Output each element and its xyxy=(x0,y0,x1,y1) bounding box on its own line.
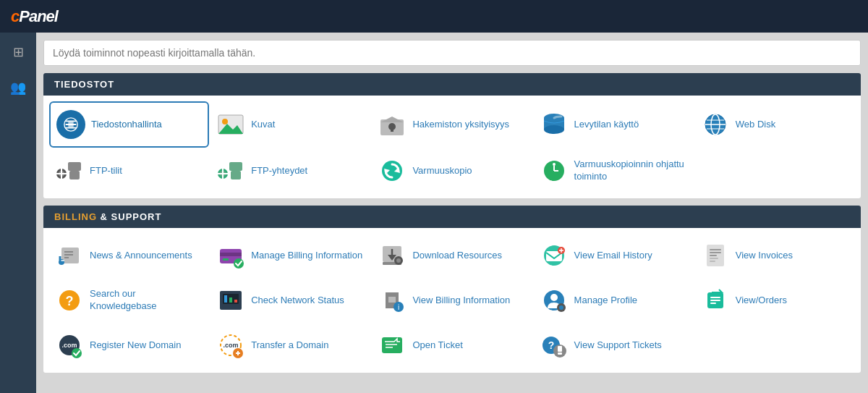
sidebar: ⊞ 👥 xyxy=(0,33,36,393)
support-tickets-label: View Support Tickets xyxy=(574,339,662,352)
item-view-invoices[interactable]: View Invoices xyxy=(695,234,855,277)
open-ticket-icon xyxy=(378,331,407,360)
item-transfer-domain[interactable]: .com Transfer a Domain xyxy=(210,324,370,367)
manage-profile-label: Manage Profile xyxy=(574,295,637,307)
item-levytilan-kaytto[interactable]: Levytilan käyttö xyxy=(534,101,694,148)
search-bar xyxy=(43,40,861,66)
item-view-billing-info[interactable]: i View Billing Information xyxy=(372,279,532,322)
section-tiedostot: TIEDOSTOT Tiedostonhallinta xyxy=(43,73,861,198)
varmuuskopioinnin-label: Varmuuskopioinnin ohjattu toiminto xyxy=(574,159,688,183)
web-disk-label: Web Disk xyxy=(736,119,775,131)
view-email-history-label: View Email History xyxy=(574,250,652,262)
item-view-support-tickets[interactable]: ? View Support Tickets xyxy=(534,324,694,367)
ftp-tilit-label: FTP-tilit xyxy=(90,165,122,177)
svg-rect-71 xyxy=(710,297,720,298)
svg-point-31 xyxy=(553,163,556,166)
download-icon xyxy=(378,241,407,270)
item-manage-profile[interactable]: Manage Profile xyxy=(534,279,694,322)
item-check-network[interactable]: Check Network Status xyxy=(210,279,370,322)
svg-point-45 xyxy=(396,258,401,263)
billing-grid: News & Announcements Manage Billing Inf xyxy=(43,228,861,373)
manage-profile-icon xyxy=(540,286,569,315)
item-web-disk[interactable]: Web Disk xyxy=(695,101,855,148)
svg-text:.com: .com xyxy=(224,342,239,349)
section-title-tiedostot: TIEDOSTOT xyxy=(54,79,114,90)
users-icon[interactable]: 👥 xyxy=(6,75,30,100)
svg-rect-73 xyxy=(710,303,716,304)
svg-rect-61 xyxy=(224,295,227,303)
grid-icon[interactable]: ⊞ xyxy=(9,40,28,64)
view-billing-label: View Billing Information xyxy=(412,295,510,307)
ftp-tilit-icon xyxy=(55,156,84,185)
svg-rect-22 xyxy=(231,171,241,179)
web-disk-icon xyxy=(701,110,730,139)
search-input[interactable] xyxy=(53,47,851,59)
item-view-email-history[interactable]: View Email History xyxy=(534,234,694,277)
item-ftp-yhteydet[interactable]: FTP-yhteydet xyxy=(210,149,370,193)
open-ticket-label: Open Ticket xyxy=(412,339,462,352)
svg-rect-82 xyxy=(382,337,402,353)
email-history-icon xyxy=(540,241,569,270)
item-search-knowledgebase[interactable]: ? Search our Knowledgebase xyxy=(49,279,209,322)
view-orders-icon xyxy=(701,286,730,315)
item-register-domain[interactable]: .com Register New Domain xyxy=(49,324,209,367)
view-invoices-label: View Invoices xyxy=(736,250,793,262)
section-header-billing: BILLING & SUPPORT xyxy=(43,206,861,228)
ftp-yhteydet-icon xyxy=(216,156,245,185)
register-domain-label: Register New Domain xyxy=(90,339,181,352)
network-icon xyxy=(216,286,245,315)
svg-rect-6 xyxy=(391,128,393,132)
logo-panel: Panel xyxy=(19,7,58,25)
svg-text:?: ? xyxy=(66,294,74,308)
svg-text:.com: .com xyxy=(61,342,77,349)
svg-rect-16 xyxy=(69,171,80,179)
svg-rect-55 xyxy=(710,258,718,259)
item-manage-billing[interactable]: Manage Billing Information xyxy=(210,234,370,277)
view-billing-icon: i xyxy=(378,286,407,315)
hakemiston-label: Hakemiston yksityisyys xyxy=(412,119,509,131)
ftp-yhteydet-label: FTP-yhteydet xyxy=(251,165,307,177)
register-domain-icon: .com xyxy=(55,331,84,360)
knowledgebase-label: Search our Knowledgebase xyxy=(90,288,203,313)
cpanel-logo: cPanel xyxy=(11,7,58,26)
item-ftp-tilit[interactable]: FTP-tilit xyxy=(49,149,209,193)
item-news-announcements[interactable]: News & Announcements xyxy=(49,234,209,277)
tiedostonhallinta-label: Tiedostonhallinta xyxy=(91,119,162,131)
item-view-orders[interactable]: View/Orders xyxy=(695,279,855,322)
logo-c: c xyxy=(11,7,19,25)
svg-rect-38 xyxy=(223,258,229,261)
svg-rect-88 xyxy=(558,346,562,352)
svg-rect-37 xyxy=(220,253,242,256)
manage-billing-icon xyxy=(216,241,245,270)
knowledgebase-icon: ? xyxy=(55,286,84,315)
svg-rect-62 xyxy=(229,297,232,303)
item-download-resources[interactable]: Download Resources xyxy=(372,234,532,277)
download-resources-label: Download Resources xyxy=(412,250,502,262)
item-open-ticket[interactable]: Open Ticket xyxy=(372,324,532,367)
topbar: cPanel xyxy=(0,0,868,33)
hakemiston-icon xyxy=(378,110,407,139)
item-hakemiston-yksityisyys[interactable]: Hakemiston yksityisyys xyxy=(372,101,532,148)
svg-rect-54 xyxy=(710,255,717,256)
news-icon xyxy=(55,241,84,270)
varmuuskopio-icon xyxy=(378,156,407,185)
svg-point-69 xyxy=(559,305,563,310)
tiedostot-grid: Tiedostonhallinta Kuvat xyxy=(43,96,861,198)
item-tiedostonhallinta[interactable]: Tiedostonhallinta xyxy=(49,101,209,148)
svg-point-9 xyxy=(544,125,564,134)
transfer-domain-icon: .com xyxy=(216,331,245,360)
transfer-domain-label: Transfer a Domain xyxy=(251,339,328,352)
svg-rect-63 xyxy=(234,300,237,303)
item-varmuuskopioinnin-ohjattu[interactable]: Varmuuskopioinnin ohjattu toiminto xyxy=(534,149,694,193)
svg-rect-72 xyxy=(710,300,720,301)
svg-rect-89 xyxy=(558,352,562,355)
support-tickets-icon: ? xyxy=(540,331,569,360)
view-invoices-icon xyxy=(701,241,730,270)
svg-point-2 xyxy=(222,119,228,124)
varmuuskopio-label: Varmuuskopio xyxy=(412,165,472,177)
svg-rect-56 xyxy=(710,261,715,262)
svg-rect-15 xyxy=(68,162,81,171)
item-kuvat[interactable]: Kuvat xyxy=(210,101,370,148)
item-varmuuskopio[interactable]: Varmuuskopio xyxy=(372,149,532,193)
news-label: News & Announcements xyxy=(90,250,192,262)
